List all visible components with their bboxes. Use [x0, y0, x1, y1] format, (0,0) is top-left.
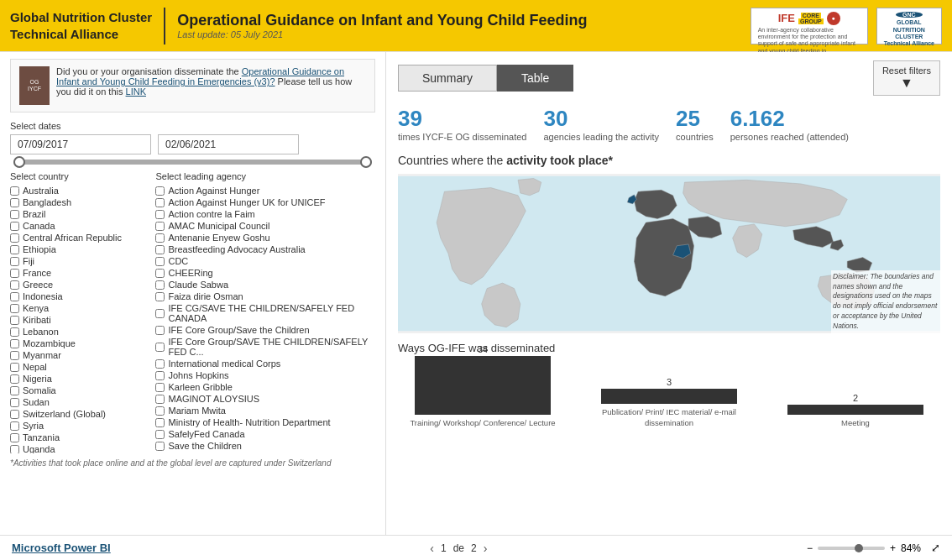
slider-thumb-right[interactable] — [360, 156, 372, 168]
list-item[interactable]: Central African Republic — [10, 232, 147, 243]
agency-checkbox[interactable] — [155, 210, 165, 219]
country-checkbox[interactable] — [10, 292, 19, 301]
list-item[interactable]: Save the Children and ANU — [155, 452, 375, 453]
list-item[interactable]: MAGINOT ALOYSIUS — [155, 393, 375, 405]
list-item[interactable]: Kenya — [10, 302, 147, 314]
agency-checkbox[interactable] — [155, 406, 165, 416]
list-item[interactable]: Greece — [10, 279, 147, 290]
list-item[interactable]: Fiji — [10, 255, 147, 267]
list-item[interactable]: Kiribati — [10, 314, 147, 326]
zoom-plus[interactable]: + — [890, 542, 896, 554]
list-item[interactable]: Myanmar — [10, 349, 147, 361]
list-item[interactable]: Antenanie Enyew Goshu — [155, 232, 375, 243]
agency-checkbox[interactable] — [155, 326, 165, 335]
country-checkbox[interactable] — [10, 327, 19, 337]
agency-checkbox[interactable] — [155, 280, 165, 290]
country-checkbox[interactable] — [10, 186, 19, 196]
list-item[interactable]: Claude Sabwa — [155, 279, 375, 290]
country-checkbox[interactable] — [10, 386, 19, 395]
list-item[interactable]: Mariam Mwita — [155, 405, 375, 416]
zoom-minus[interactable]: − — [807, 542, 813, 554]
summary-tab[interactable]: Summary — [398, 65, 497, 92]
date-slider-track[interactable] — [13, 160, 372, 165]
list-item[interactable]: Bangladesh — [10, 196, 147, 208]
agency-checkbox[interactable] — [155, 371, 165, 380]
country-checkbox[interactable] — [10, 304, 19, 313]
agency-checkbox[interactable] — [155, 292, 165, 301]
list-item[interactable]: Action Against Hunger — [155, 185, 375, 196]
country-checkbox[interactable] — [10, 316, 19, 325]
agency-checkbox[interactable] — [155, 383, 165, 392]
list-item[interactable]: Faiza dirie Osman — [155, 290, 375, 302]
list-item[interactable]: Ministry of Health- Nutrition Department — [155, 416, 375, 428]
agency-checkbox[interactable] — [155, 442, 165, 451]
list-item[interactable]: Brazil — [10, 208, 147, 220]
list-item[interactable]: Indonesia — [10, 290, 147, 302]
prev-page-arrow[interactable]: ‹ — [430, 542, 434, 555]
table-tab[interactable]: Table — [497, 65, 573, 92]
list-item[interactable]: AMAC Municipal Council — [155, 220, 375, 232]
expand-icon[interactable]: ⤢ — [931, 542, 940, 554]
country-checkbox[interactable] — [10, 245, 19, 254]
slider-thumb-left[interactable] — [13, 156, 25, 168]
country-checkbox[interactable] — [10, 339, 19, 348]
country-checkbox[interactable] — [10, 269, 19, 278]
list-item[interactable]: Mozambique — [10, 338, 147, 349]
list-item[interactable]: Sudan — [10, 396, 147, 408]
agency-checkbox[interactable] — [155, 186, 165, 196]
country-checkbox[interactable] — [10, 198, 19, 207]
powerbi-link[interactable]: Microsoft Power BI — [12, 542, 111, 554]
country-checkbox[interactable] — [10, 233, 19, 243]
agency-checkbox[interactable] — [155, 343, 165, 352]
list-item[interactable]: SafelyFed Canada — [155, 428, 375, 440]
agency-checkbox[interactable] — [155, 395, 165, 404]
list-item[interactable]: Karleen Gribble — [155, 381, 375, 393]
agency-checkbox[interactable] — [155, 430, 165, 439]
agency-checkbox[interactable] — [155, 269, 165, 278]
list-item[interactable]: Save the Children — [155, 440, 375, 452]
country-checkbox[interactable] — [10, 398, 19, 407]
list-item[interactable]: Somalia — [10, 385, 147, 396]
country-checkbox[interactable] — [10, 445, 19, 454]
start-date-input[interactable] — [10, 134, 151, 154]
list-item[interactable]: Australia — [10, 185, 147, 196]
list-item[interactable]: Johns Hopkins — [155, 369, 375, 381]
list-item[interactable]: Ethiopia — [10, 243, 147, 255]
country-checkbox[interactable] — [10, 374, 19, 384]
list-item[interactable]: France — [10, 267, 147, 279]
list-item[interactable]: Nigeria — [10, 373, 147, 385]
info-bar-link2[interactable]: LINK — [126, 86, 146, 97]
list-item[interactable]: Nepal — [10, 361, 147, 373]
list-item[interactable]: International medical Corps — [155, 358, 375, 369]
agency-checkbox[interactable] — [155, 257, 165, 266]
country-checkbox[interactable] — [10, 351, 19, 360]
list-item[interactable]: Action contre la Faim — [155, 208, 375, 220]
agency-checkbox[interactable] — [155, 222, 165, 231]
zoom-thumb[interactable] — [855, 544, 863, 552]
list-item[interactable]: CHEERing — [155, 267, 375, 279]
agency-checkbox[interactable] — [155, 309, 165, 318]
list-item[interactable]: Syria — [10, 420, 147, 432]
country-checkbox[interactable] — [10, 421, 19, 431]
agency-checkbox[interactable] — [155, 233, 165, 243]
end-date-input[interactable] — [158, 134, 299, 154]
list-item[interactable]: IFE Core Group/Save the Children — [155, 324, 375, 336]
agency-checkbox[interactable] — [155, 245, 165, 254]
country-checkbox[interactable] — [10, 210, 19, 219]
country-checkbox[interactable] — [10, 433, 19, 442]
list-item[interactable]: Action Against Hunger UK for UNICEF — [155, 196, 375, 208]
list-item[interactable]: IFE Core Group/SAVE THE CHILDREN/SAFELY … — [155, 336, 375, 358]
reset-filters-button[interactable]: Reset filters ▼ — [873, 60, 940, 96]
list-item[interactable]: Switzerland (Global) — [10, 408, 147, 420]
list-item[interactable]: Canada — [10, 220, 147, 232]
list-item[interactable]: Uganda — [10, 443, 147, 453]
agency-checkbox[interactable] — [155, 453, 165, 454]
next-page-arrow[interactable]: › — [484, 542, 488, 555]
list-item[interactable]: Breastfeeding Advocacy Australia — [155, 243, 375, 255]
list-item[interactable]: IFE CG/SAVE THE CHILDREN/SAFELY FED CANA… — [155, 302, 375, 324]
country-checkbox[interactable] — [10, 257, 19, 266]
country-checkbox[interactable] — [10, 363, 19, 372]
agency-checkbox[interactable] — [155, 418, 165, 427]
country-checkbox[interactable] — [10, 280, 19, 290]
agency-checkbox[interactable] — [155, 198, 165, 207]
